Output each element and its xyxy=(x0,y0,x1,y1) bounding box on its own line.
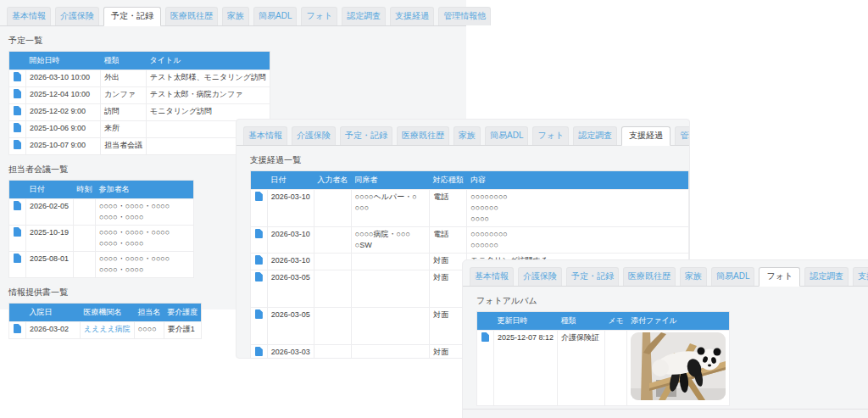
document-icon[interactable] xyxy=(14,324,21,333)
tab-care-insurance[interactable]: 介護保険 xyxy=(518,267,562,286)
tab-simple-adl[interactable]: 簡易ADL xyxy=(253,7,297,25)
cell-text: ○○○○病院・○○○ xyxy=(355,229,426,240)
document-icon[interactable] xyxy=(14,89,21,98)
document-icon[interactable] xyxy=(14,227,21,237)
table-row: 2025-12-02 9:00訪問モニタリング訪問 xyxy=(9,104,270,121)
photo-window: 基本情報介護保険予定・記録医療既往歴家族簡易ADLフォト認定調査支援経過管理情報… xyxy=(462,259,868,418)
tab-bar: 基本情報介護保険予定・記録医療既往歴家族簡易ADLフォト認定調査支援経過管理情報… xyxy=(463,260,868,287)
cell-text: 外出 xyxy=(104,72,142,83)
header-row: 開始日時種類タイトル xyxy=(9,52,270,70)
tab-simple-adl[interactable]: 簡易ADL xyxy=(711,267,754,286)
icon-column-header xyxy=(9,52,26,70)
cell xyxy=(314,227,351,254)
cell-text xyxy=(355,272,426,283)
cell: 2025-12-07 8:12 xyxy=(494,331,558,406)
tab-medical-history[interactable]: 医療既往歴 xyxy=(397,126,449,145)
tab-family[interactable]: 家族 xyxy=(680,267,707,286)
tab-schedule-records[interactable]: 予定・記録 xyxy=(566,267,619,286)
tab-simple-adl[interactable]: 簡易ADL xyxy=(485,126,528,145)
cell-text: テスト太郎様、モニタリング訪問 xyxy=(150,72,266,83)
tab-photo[interactable]: フォト xyxy=(759,267,800,287)
cell: 要介護1 xyxy=(164,322,202,339)
tab-care-insurance[interactable]: 介護保険 xyxy=(292,126,336,145)
cell: ○○○○・○○○○・○○○○○○○○・○○○○ xyxy=(96,226,194,252)
tab-schedule-records[interactable]: 予定・記録 xyxy=(103,7,161,26)
tab-basic-info[interactable]: 基本情報 xyxy=(7,7,51,25)
tab-medical-history[interactable]: 医療既往歴 xyxy=(623,267,676,286)
cell: 2026-03-03 xyxy=(267,345,314,359)
tab-support-progress[interactable]: 支援経過 xyxy=(853,267,868,286)
cell xyxy=(314,190,351,227)
cell-text xyxy=(355,255,426,266)
attachment-photo-panda[interactable] xyxy=(631,332,726,400)
section-title-support-progress: 支援経過一覧 xyxy=(250,154,689,166)
icon-cell xyxy=(9,226,26,252)
table-row: 2025-10-06 9:00来所 xyxy=(9,121,270,138)
tab-certification-survey[interactable]: 認定調査 xyxy=(573,126,617,145)
table-row: 2025-12-07 8:12介護保険証 xyxy=(477,331,730,406)
tab-family[interactable]: 家族 xyxy=(222,7,249,25)
document-icon[interactable] xyxy=(14,72,21,81)
document-icon[interactable] xyxy=(481,332,489,342)
cell: 外出 xyxy=(101,70,147,87)
tab-certification-survey[interactable]: 認定調査 xyxy=(804,267,849,286)
tab-support-progress[interactable]: 支援経過 xyxy=(390,7,434,25)
column-header: 更新日時 xyxy=(494,312,558,331)
header-row: 入院日医療機関名担当名要介護度 xyxy=(9,304,202,322)
tab-care-insurance[interactable]: 介護保険 xyxy=(55,7,99,25)
tab-basic-info[interactable]: 基本情報 xyxy=(243,126,287,145)
tab-photo[interactable]: フォト xyxy=(532,126,569,145)
cell-text xyxy=(77,227,92,238)
cell: 2025-10-19 xyxy=(26,226,74,252)
table-row: 2026-03-02ええええ病院○○○○要介護1 xyxy=(9,322,202,339)
cell: 2026-03-10 xyxy=(267,254,314,270)
cell xyxy=(314,345,351,359)
column-header: 入力者名 xyxy=(314,171,351,190)
document-icon[interactable] xyxy=(14,123,21,132)
tab-certification-survey[interactable]: 認定調査 xyxy=(342,7,386,25)
icon-cell xyxy=(9,322,26,339)
tab-support-progress[interactable]: 支援経過 xyxy=(621,126,670,146)
column-header: 添付ファイル xyxy=(627,312,730,331)
cell-text: 来所 xyxy=(104,123,142,134)
document-icon[interactable] xyxy=(255,255,263,265)
icon-cell xyxy=(251,308,268,345)
cell-text: ○○○○ xyxy=(470,214,685,225)
icon-column-header xyxy=(9,181,26,199)
cell-text: 2026-03-10 xyxy=(271,229,310,240)
cell xyxy=(351,254,430,270)
tab-family[interactable]: 家族 xyxy=(453,126,481,145)
cell-text: 電話 xyxy=(433,192,463,203)
document-icon[interactable] xyxy=(14,254,21,263)
column-header: 内容 xyxy=(467,171,689,190)
cell-text xyxy=(77,254,92,265)
document-icon[interactable] xyxy=(255,229,263,238)
document-icon[interactable] xyxy=(14,201,21,210)
cell-text: 2026-02-05 xyxy=(30,201,70,212)
cell: 2026-03-02 xyxy=(26,322,81,339)
cell-text: ○○○○・○○○○ xyxy=(99,238,190,249)
cell-text: 2026-03-03 xyxy=(271,347,310,358)
column-header: 担当名 xyxy=(134,304,164,322)
medical-institution-link[interactable]: ええええ病院 xyxy=(84,324,131,335)
tab-schedule-records[interactable]: 予定・記録 xyxy=(340,126,392,145)
document-icon[interactable] xyxy=(255,309,263,319)
column-header: 同席者 xyxy=(351,171,430,190)
photo-album-list: 更新日時種類メモ添付ファイル2025-12-07 8:12介護保険証 xyxy=(476,311,868,406)
cell-text: 2025-12-02 9:00 xyxy=(30,106,97,117)
document-icon[interactable] xyxy=(255,192,263,201)
document-icon[interactable] xyxy=(255,272,263,281)
cell: ○○○○ヘルパー・○○○○ xyxy=(351,190,430,227)
column-header: 開始日時 xyxy=(26,52,101,70)
tab-basic-info[interactable]: 基本情報 xyxy=(470,267,514,286)
icon-cell xyxy=(251,227,268,254)
tab-management-info[interactable]: 管理情報他 xyxy=(438,7,491,25)
tab-photo[interactable]: フォト xyxy=(301,7,337,25)
document-icon[interactable] xyxy=(255,347,263,356)
column-header: 参加者名 xyxy=(96,181,194,199)
tab-management-info[interactable]: 管理情報他 xyxy=(675,126,690,145)
document-icon[interactable] xyxy=(14,106,21,115)
document-icon[interactable] xyxy=(14,140,21,149)
icon-cell xyxy=(9,70,26,87)
tab-medical-history[interactable]: 医療既往歴 xyxy=(165,7,218,25)
